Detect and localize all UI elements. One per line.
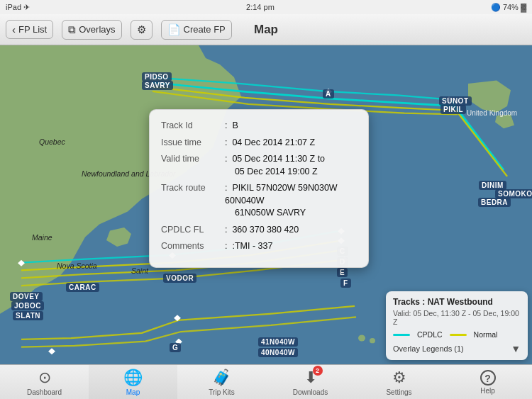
popup-track-route-row: Track route : PIKIL 57N020W 59N030W 60N0… — [161, 182, 357, 220]
tab-dashboard[interactable]: ⊙ Dashboard — [0, 365, 89, 399]
chevron-down-icon: ▼ — [511, 343, 521, 354]
legend-title: Tracks : NAT Westbound — [393, 297, 521, 307]
downloads-badge: 2 — [313, 366, 323, 376]
overlays-label: Overlays — [79, 24, 115, 35]
trip-kits-icon: 🧳 — [212, 369, 231, 387]
fp-list-label: FP List — [18, 24, 47, 35]
waypoint-a: A — [323, 89, 334, 99]
layers-icon: ⧉ — [68, 23, 76, 36]
waypoint-carac: CARAC — [66, 283, 99, 292]
settings-icon: ⚙ — [392, 369, 406, 387]
popup-comments-row: Comments : :TMI - 337 — [161, 240, 357, 253]
popup-issue-time-label: Issue time — [161, 137, 225, 150]
help-icon: ? — [480, 370, 496, 386]
waypoint-savry: SAVRY — [142, 81, 173, 90]
document-icon: 📄 — [167, 23, 181, 36]
legend-items: CPDLC Normal — [393, 330, 521, 339]
popup-issue-time-value: : 04 Dec 2014 21:07 Z — [225, 137, 357, 150]
popup-comments-label: Comments — [161, 240, 225, 253]
waypoint-vodor: VODOR — [163, 274, 196, 283]
popup-valid-time-value: : 05 Dec 2014 11:30 Z to 05 Dec 2014 19:… — [225, 153, 357, 178]
popup-track-id-label: Track Id — [161, 120, 225, 133]
status-bar: iPad ✈ 2:14 pm 🔵 74% ▓ — [0, 0, 532, 14]
tab-map-label: Map — [126, 388, 140, 396]
map-icon: 🌐 — [123, 369, 143, 387]
legend-normal-line — [450, 334, 467, 336]
status-time: 2:14 pm — [246, 3, 275, 11]
popup-valid-time-label: Valid time — [161, 153, 225, 178]
legend-overlay-row[interactable]: Overlay Legends (1) ▼ — [393, 343, 521, 354]
tab-bar: ⊙ Dashboard 🌐 Map 🧳 Trip Kits ⬇ 2 Downlo… — [0, 364, 532, 399]
legend-overlay-label: Overlay Legends (1) — [393, 344, 464, 353]
popup-issue-time-row: Issue time : 04 Dec 2014 21:07 Z — [161, 137, 357, 150]
legend-cpdlc-label: CPDLC — [417, 330, 443, 339]
popup-valid-time-row: Valid time : 05 Dec 2014 11:30 Z to 05 D… — [161, 153, 357, 178]
status-right: 🔵 74% ▓ — [491, 3, 526, 12]
fp-list-button[interactable]: ‹ FP List — [6, 20, 53, 39]
popup-track-id-row: Track Id : B — [161, 120, 357, 133]
tab-trip-kits[interactable]: 🧳 Trip Kits — [177, 365, 266, 399]
toolbar: ‹ FP List ⧉ Overlays ⚙ 📄 Create FP Map — [0, 14, 532, 45]
waypoint-f: F — [340, 279, 351, 288]
tab-map[interactable]: 🌐 Map — [89, 365, 177, 399]
waypoint-pikil: PIKIL — [440, 105, 466, 114]
legend-normal-label: Normal — [474, 330, 498, 339]
popup-track-id-value: : B — [225, 120, 357, 133]
waypoint-g: G — [170, 343, 181, 352]
map-area[interactable]: Quebec Newfoundland and Labrador Maine N… — [0, 45, 532, 364]
waypoint-dovey: DOVEY — [10, 292, 43, 301]
page-title: Map — [254, 23, 278, 37]
legend-box: Tracks : NAT Westbound Valid: 05 Dec, 11… — [386, 291, 528, 360]
popup-track-route-label: Track route — [161, 182, 225, 220]
waypoint-joboc: JOBOC — [11, 301, 44, 310]
waypoint-41n040w: 41N040W — [258, 337, 298, 347]
tab-dashboard-label: Dashboard — [27, 388, 62, 396]
svg-point-1 — [358, 335, 365, 342]
settings-gear-button[interactable]: ⚙ — [131, 20, 153, 40]
waypoint-40n040w: 40N040W — [258, 348, 298, 357]
back-icon: ‹ — [12, 23, 16, 35]
tab-downloads-label: Downloads — [293, 388, 328, 396]
tab-help-label: Help — [480, 387, 495, 395]
create-fp-label: Create FP — [184, 24, 226, 35]
popup-cpdlc-label: CPDLC FL — [161, 224, 225, 237]
popup-cpdlc-row: CPDLC FL : 360 370 380 420 — [161, 224, 357, 237]
gear-icon: ⚙ — [137, 23, 146, 36]
svg-point-2 — [370, 338, 375, 343]
legend-cpdlc-line — [393, 334, 410, 336]
popup-track-route-value: : PIKIL 57N020W 59N030W 60N040W 61N050W … — [225, 182, 357, 220]
tab-settings-label: Settings — [386, 388, 411, 396]
waypoint-slatn: SLATN — [13, 311, 43, 320]
status-left: iPad ✈ — [6, 3, 30, 12]
create-fp-button[interactable]: 📄 Create FP — [161, 20, 232, 40]
dashboard-icon: ⊙ — [38, 369, 51, 387]
popup-cpdlc-value: : 360 370 380 420 — [225, 224, 357, 237]
tab-trip-kits-label: Trip Kits — [209, 388, 234, 396]
popup-comments-value: : :TMI - 337 — [225, 240, 357, 253]
tab-help[interactable]: ? Help — [443, 365, 532, 399]
tab-settings[interactable]: ⚙ Settings — [355, 365, 443, 399]
track-popup: Track Id : B Issue time : 04 Dec 2014 21… — [149, 109, 369, 268]
overlays-button[interactable]: ⧉ Overlays — [62, 20, 121, 40]
legend-valid: Valid: 05 Dec, 11:30 Z - 05 Dec, 19:00 Z — [393, 309, 521, 326]
waypoint-e: E — [337, 268, 348, 277]
waypoint-bedra: BEDRA — [478, 198, 511, 207]
tab-downloads[interactable]: ⬇ 2 Downloads — [266, 365, 355, 399]
downloads-badge-container: ⬇ 2 — [304, 369, 317, 387]
